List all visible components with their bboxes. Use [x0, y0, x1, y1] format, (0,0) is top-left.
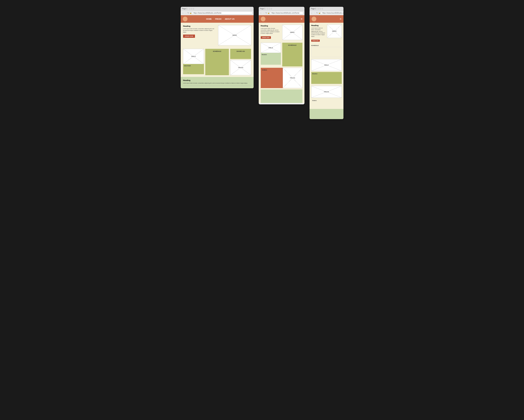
weather-label: WEATHER — [184, 65, 191, 67]
orders-block-tablet: Orders — [261, 68, 283, 88]
truck-label-mobile: TRUCK — [323, 91, 330, 93]
truck-image-desktop: TRUCK — [230, 60, 251, 75]
lock-icon-tablet: 🔒 — [268, 12, 270, 14]
share-label: SHARE US! — [236, 51, 245, 52]
hamburger-icon-mobile[interactable]: ≡ — [340, 17, 341, 20]
dot1-mobile — [317, 8, 319, 9]
field-image-tablet: FIELD — [261, 43, 281, 53]
address-bar-tablet[interactable]: https://www.bountifulfoods.com/home — [270, 11, 303, 14]
schedule-label-tablet: SCHEDULE — [288, 44, 297, 46]
field-weather-col-tablet: FIELD Weather — [261, 43, 281, 66]
hero-body-tablet: Lorem ipsum dolor sit amet, consectetur … — [261, 28, 280, 34]
footer-heading-desktop: Heading — [183, 79, 251, 81]
refresh-btn[interactable]: ↻ — [187, 12, 189, 14]
orders-block-mobile: Orders — [311, 99, 342, 107]
hero-text-mobile: Heading Lorem ipsum dolor sit amet, cons… — [311, 24, 326, 42]
weather-block-tablet: Weather — [261, 53, 281, 65]
mobile-browser: Page 1 ← → ↻ 🔒 https://www.bountifulfood… — [310, 7, 343, 119]
address-bar-desktop[interactable]: https://www.bountifulfoods.com/home — [192, 11, 252, 14]
address-bar-mobile[interactable]: https://www.bountifulfoods.com/home — [321, 11, 343, 14]
footer-mobile — [310, 109, 343, 119]
order-btn-desktop[interactable]: ORDER NOW — [183, 34, 195, 38]
order-btn-tablet[interactable]: ORDER NOW — [261, 36, 271, 39]
hero-body-mobile: Lorem ipsum dolor sit amet, consectetur … — [311, 27, 326, 37]
share-truck-card: SHARE US! TRUCK — [230, 49, 251, 75]
page-tab-desktop[interactable]: Page 1 — [182, 8, 187, 10]
orders-truck-row-tablet: Orders TRUCK — [259, 66, 305, 88]
cards-row1-tablet: FIELD Weather SCHEDULE — [259, 41, 305, 66]
truck-image-mobile: TRUCK — [311, 86, 342, 98]
schedule-label-desktop: SCHEDULE — [213, 51, 221, 52]
hero-label-desktop: HERO — [232, 34, 237, 36]
field-label-tablet: FIELD — [268, 47, 273, 49]
browser-toolbar-mobile: Page 1 — [310, 7, 343, 11]
weather-label-tablet: Weather — [262, 54, 267, 55]
hero-image-tablet: HERO — [282, 25, 302, 40]
hero-image-desktop: HERO — [218, 25, 251, 45]
footer-tablet — [261, 89, 302, 103]
footer-body-desktop: Lorem ipsum dolor sit amet, consectetur … — [183, 82, 251, 84]
desktop-browser: Page 1 ← → ↻ 🔒 https://www.bountifulfood… — [181, 7, 253, 88]
nav-bar-desktop: HOME FRESH ABOUT US — [181, 15, 253, 23]
hero-body-desktop: Lorem ipsum dolor sit amet, consectetur … — [183, 28, 216, 33]
order-btn-mobile[interactable]: ORDER NOW — [311, 40, 320, 42]
dot2 — [191, 8, 192, 9]
forward-btn[interactable]: → — [185, 12, 187, 14]
footer-desktop: Heading Lorem ipsum dolor sit amet, cons… — [181, 77, 253, 88]
hero-section-mobile: Heading Lorem ipsum dolor sit amet, cons… — [310, 23, 343, 43]
nav-links-desktop: HOME FRESH ABOUT US — [189, 18, 252, 20]
cards-section-desktop: FIELD WEATHER SCHEDULE SHARE US! TRUCK — [181, 47, 253, 77]
hero-heading-desktop: Heading — [183, 25, 216, 27]
field-label-mobile: FIELD — [324, 64, 329, 66]
orders-label-tablet: Orders — [262, 69, 267, 71]
nav-logo-desktop — [183, 17, 187, 21]
orders-section-mobile: Orders — [310, 99, 343, 108]
weather-block: WEATHER — [183, 64, 204, 74]
dot1 — [189, 8, 190, 9]
hero-label-mobile: HERO — [332, 30, 337, 32]
refresh-btn-tablet[interactable]: ↻ — [265, 12, 267, 14]
lock-icon: 🔒 — [190, 12, 192, 14]
nav-about[interactable]: ABOUT US — [225, 18, 235, 20]
nav-logo-tablet — [261, 17, 265, 21]
hero-heading-mobile: Heading — [311, 24, 326, 26]
back-btn-mobile[interactable]: ← — [311, 12, 313, 14]
orders-label-mobile: Orders — [312, 100, 317, 101]
field-image: FIELD — [183, 49, 204, 64]
page-tab-tablet[interactable]: Page 1 — [260, 8, 265, 10]
truck-label-desktop: TRUCK — [237, 67, 244, 69]
browser-toolbar-tablet: Page 1 — [259, 7, 305, 11]
nav-home[interactable]: HOME — [206, 18, 212, 20]
field-image-mobile: FIELD — [311, 59, 342, 71]
forward-btn-mobile[interactable]: → — [314, 12, 316, 14]
weather-block-mobile: Weather — [311, 72, 342, 84]
nav-bar-tablet: ≡ — [259, 15, 305, 23]
weather-section-mobile: Weather — [310, 72, 343, 85]
weather-label-mobile: Weather — [312, 73, 317, 75]
dot2-tablet — [269, 8, 270, 9]
page-tab-mobile[interactable]: Page 1 — [311, 8, 316, 10]
back-btn[interactable]: ← — [182, 12, 184, 14]
page-content-tablet: ≡ Heading Lorem ipsum dolor sit amet, co… — [259, 15, 305, 103]
schedule-label-mobile: SCHEDULE — [311, 44, 342, 47]
schedule-card-tablet: SCHEDULE — [282, 43, 302, 66]
truck-label-tablet: TRUCK — [289, 77, 296, 79]
hero-image-mobile: HERO — [327, 24, 342, 38]
back-btn-tablet[interactable]: ← — [260, 12, 262, 14]
nav-logo-mobile — [312, 17, 316, 21]
nav-fresh[interactable]: FRESH — [215, 18, 221, 20]
hamburger-icon-tablet[interactable]: ≡ — [301, 17, 302, 20]
refresh-btn-mobile[interactable]: ↻ — [316, 12, 318, 14]
forward-btn-tablet[interactable]: → — [263, 12, 265, 14]
tablet-browser: Page 1 ← → ↻ 🔒 https://www.bountifulfood… — [259, 7, 305, 104]
hero-label-tablet: HERO — [289, 31, 295, 33]
footer-divider-desktop — [183, 86, 251, 86]
truck-image-tablet: TRUCK — [283, 68, 302, 88]
page-content-desktop: HOME FRESH ABOUT US Heading Lorem ipsum … — [181, 15, 253, 88]
field-weather-card: FIELD WEATHER — [183, 49, 204, 75]
truck-section-mobile: TRUCK — [310, 85, 343, 99]
dot1-tablet — [267, 8, 268, 9]
nav-bar-mobile: ≡ — [310, 15, 343, 23]
dot3 — [193, 8, 194, 9]
dot3-mobile — [322, 8, 323, 9]
